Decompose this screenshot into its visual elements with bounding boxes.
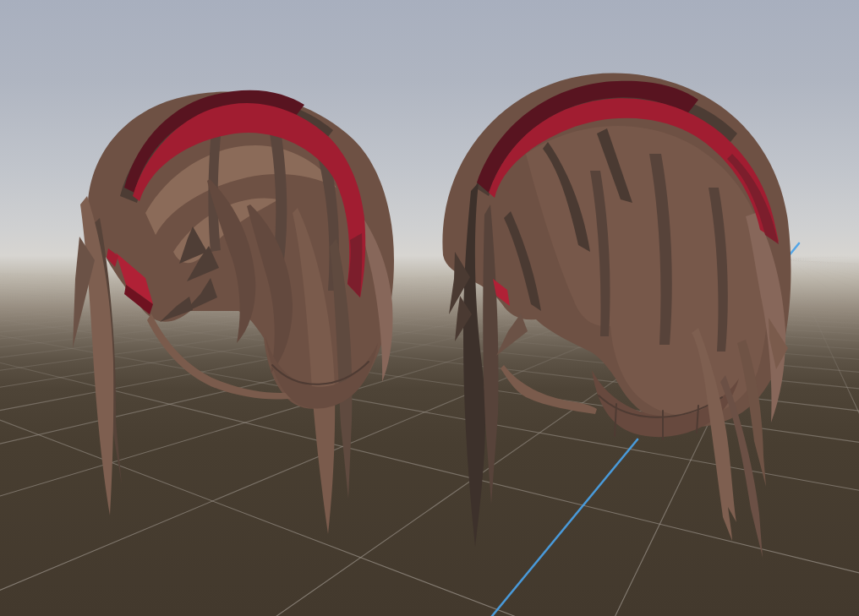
viewport-stage [0, 0, 859, 616]
viewport-3d[interactable] [0, 0, 859, 616]
